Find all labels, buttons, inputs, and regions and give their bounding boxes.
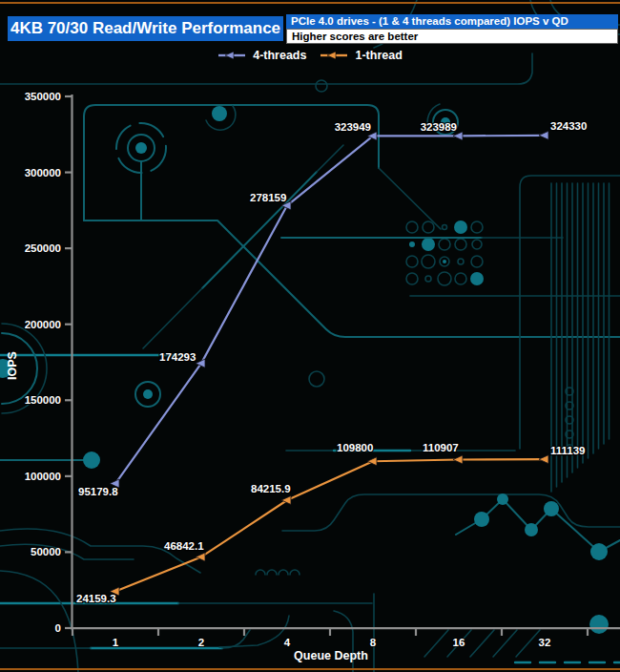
data-label-4-threads: 278159 <box>250 192 286 203</box>
x-tick-label: 1 <box>113 637 119 648</box>
y-axis-title: IOPS <box>6 351 19 380</box>
x-tick-label: 8 <box>370 637 377 648</box>
data-label-4-threads: 174293 <box>159 351 196 363</box>
y-tick-label: 50000 <box>31 546 61 557</box>
data-label-1-thread: 24159.3 <box>76 593 116 604</box>
data-point-marker-1-thread <box>196 553 205 561</box>
y-tick-label: 200000 <box>25 319 61 330</box>
x-tick-label: 4 <box>284 637 291 648</box>
series-line-1-thread <box>115 459 545 591</box>
y-tick-label: 350000 <box>25 91 61 102</box>
data-label-4-threads: 95179.8 <box>78 486 118 497</box>
y-tick-label: 300000 <box>25 167 61 178</box>
data-point-marker-1-thread <box>453 455 463 464</box>
y-tick-label: 150000 <box>25 394 61 406</box>
data-label-4-threads: 324330 <box>550 120 587 132</box>
x-tick-label: 32 <box>539 637 551 648</box>
y-tick-label: 0 <box>55 622 61 634</box>
y-tick-label: 250000 <box>25 242 61 254</box>
x-tick-label: 2 <box>198 637 204 648</box>
data-label-1-thread: 46842.1 <box>164 540 204 552</box>
data-label-4-threads: 323989 <box>421 121 457 133</box>
y-tick-label: 100000 <box>25 471 61 482</box>
benchmark-chart-screenshot: 4KB 70/30 Read/Write Performance PCIe 4.… <box>0 0 620 672</box>
data-label-1-thread: 110907 <box>423 442 459 453</box>
data-point-marker-1-thread <box>539 455 548 464</box>
x-tick-label: 16 <box>453 637 465 648</box>
data-label-1-thread: 84215.9 <box>251 483 291 494</box>
data-point-marker-4-threads <box>539 131 548 139</box>
data-label-4-threads: 323949 <box>335 121 371 133</box>
data-label-1-thread: 111139 <box>550 445 585 456</box>
iops-vs-queue-depth-line-chart: 0500001000001500002000002500003000003500… <box>0 0 620 672</box>
x-axis-title: Queue Depth <box>294 649 368 662</box>
data-label-1-thread: 109800 <box>337 442 373 453</box>
series-line-4-threads <box>115 136 545 484</box>
